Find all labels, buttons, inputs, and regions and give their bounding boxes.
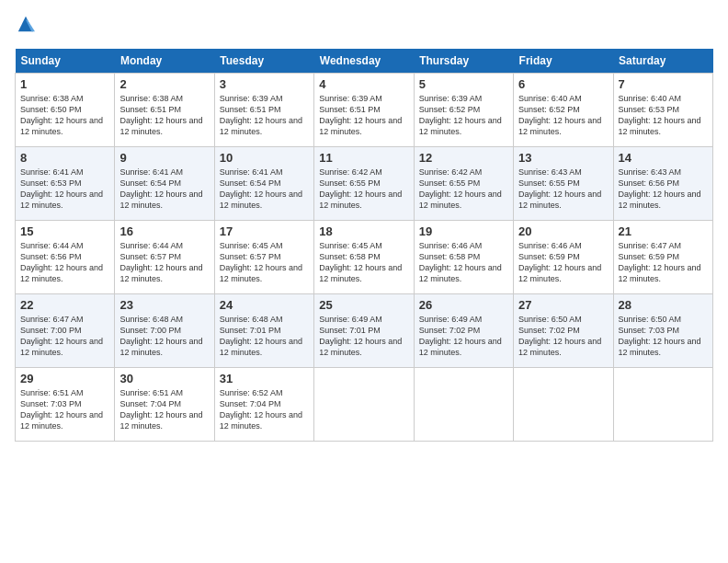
- day-number: 15: [20, 224, 109, 238]
- calendar-cell: 1Sunrise: 6:38 AM Sunset: 6:50 PM Daylig…: [16, 73, 115, 146]
- calendar-cell: 30Sunrise: 6:51 AM Sunset: 7:04 PM Dayli…: [115, 367, 214, 441]
- calendar-cell: 15Sunrise: 6:44 AM Sunset: 6:56 PM Dayli…: [16, 220, 115, 293]
- day-info: Sunrise: 6:45 AM Sunset: 6:57 PM Dayligh…: [220, 240, 309, 285]
- calendar-cell: 13Sunrise: 6:43 AM Sunset: 6:55 PM Dayli…: [514, 146, 613, 220]
- calendar-cell: 10Sunrise: 6:41 AM Sunset: 6:54 PM Dayli…: [214, 146, 313, 220]
- day-info: Sunrise: 6:46 AM Sunset: 6:58 PM Dayligh…: [419, 240, 508, 285]
- header-thursday: Thursday: [414, 49, 513, 74]
- day-info: Sunrise: 6:49 AM Sunset: 7:01 PM Dayligh…: [319, 314, 408, 359]
- day-info: Sunrise: 6:47 AM Sunset: 7:00 PM Dayligh…: [20, 314, 109, 359]
- day-number: 9: [119, 151, 209, 165]
- calendar-cell: 8Sunrise: 6:41 AM Sunset: 6:53 PM Daylig…: [16, 146, 115, 220]
- day-info: Sunrise: 6:39 AM Sunset: 6:52 PM Dayligh…: [419, 93, 508, 138]
- calendar-cell: 29Sunrise: 6:51 AM Sunset: 7:03 PM Dayli…: [16, 367, 115, 441]
- day-number: 26: [419, 298, 508, 312]
- day-info: Sunrise: 6:39 AM Sunset: 6:51 PM Dayligh…: [220, 93, 309, 138]
- day-info: Sunrise: 6:45 AM Sunset: 6:58 PM Dayligh…: [319, 240, 408, 285]
- day-number: 23: [119, 298, 209, 312]
- day-number: 1: [20, 77, 109, 91]
- calendar-cell: [314, 367, 414, 441]
- calendar-cell: 3Sunrise: 6:39 AM Sunset: 6:51 PM Daylig…: [214, 73, 313, 146]
- day-number: 6: [518, 77, 608, 91]
- day-info: Sunrise: 6:39 AM Sunset: 6:51 PM Dayligh…: [319, 93, 408, 138]
- calendar-cell: [514, 367, 613, 441]
- calendar-cell: 28Sunrise: 6:50 AM Sunset: 7:03 PM Dayli…: [613, 293, 712, 367]
- header-saturday: Saturday: [613, 49, 712, 74]
- day-info: Sunrise: 6:44 AM Sunset: 6:56 PM Dayligh…: [20, 240, 109, 285]
- page-header: [15, 15, 713, 38]
- day-info: Sunrise: 6:41 AM Sunset: 6:53 PM Dayligh…: [20, 167, 109, 212]
- calendar-cell: 20Sunrise: 6:46 AM Sunset: 6:59 PM Dayli…: [514, 220, 613, 293]
- day-number: 16: [119, 224, 209, 238]
- day-info: Sunrise: 6:42 AM Sunset: 6:55 PM Dayligh…: [419, 167, 508, 212]
- calendar-cell: 18Sunrise: 6:45 AM Sunset: 6:58 PM Dayli…: [314, 220, 414, 293]
- day-info: Sunrise: 6:43 AM Sunset: 6:56 PM Dayligh…: [619, 167, 708, 212]
- calendar-week-5: 29Sunrise: 6:51 AM Sunset: 7:03 PM Dayli…: [16, 367, 713, 441]
- day-number: 10: [220, 151, 309, 165]
- day-number: 28: [619, 298, 708, 312]
- day-number: 22: [20, 298, 109, 312]
- calendar-cell: 7Sunrise: 6:40 AM Sunset: 6:53 PM Daylig…: [613, 73, 712, 146]
- day-number: 20: [518, 224, 608, 238]
- day-info: Sunrise: 6:40 AM Sunset: 6:53 PM Dayligh…: [619, 93, 708, 138]
- calendar-header-row: SundayMondayTuesdayWednesdayThursdayFrid…: [16, 49, 713, 74]
- calendar-cell: 11Sunrise: 6:42 AM Sunset: 6:55 PM Dayli…: [314, 146, 414, 220]
- calendar-cell: 26Sunrise: 6:49 AM Sunset: 7:02 PM Dayli…: [414, 293, 513, 367]
- calendar-cell: [414, 367, 513, 441]
- logo-icon: [17, 15, 35, 33]
- day-number: 12: [419, 151, 508, 165]
- header-wednesday: Wednesday: [314, 49, 414, 74]
- calendar-cell: 12Sunrise: 6:42 AM Sunset: 6:55 PM Dayli…: [414, 146, 513, 220]
- day-info: Sunrise: 6:38 AM Sunset: 6:51 PM Dayligh…: [119, 93, 209, 138]
- day-info: Sunrise: 6:47 AM Sunset: 6:59 PM Dayligh…: [619, 240, 708, 285]
- day-info: Sunrise: 6:48 AM Sunset: 7:01 PM Dayligh…: [220, 314, 309, 359]
- day-info: Sunrise: 6:51 AM Sunset: 7:03 PM Dayligh…: [20, 387, 109, 432]
- day-number: 25: [319, 298, 408, 312]
- day-info: Sunrise: 6:42 AM Sunset: 6:55 PM Dayligh…: [319, 167, 408, 212]
- header-friday: Friday: [514, 49, 613, 74]
- day-info: Sunrise: 6:38 AM Sunset: 6:50 PM Dayligh…: [20, 93, 109, 138]
- calendar-week-2: 8Sunrise: 6:41 AM Sunset: 6:53 PM Daylig…: [16, 146, 713, 220]
- calendar-cell: 24Sunrise: 6:48 AM Sunset: 7:01 PM Dayli…: [214, 293, 313, 367]
- calendar-cell: 27Sunrise: 6:50 AM Sunset: 7:02 PM Dayli…: [514, 293, 613, 367]
- day-number: 14: [619, 151, 708, 165]
- calendar-cell: 21Sunrise: 6:47 AM Sunset: 6:59 PM Dayli…: [613, 220, 712, 293]
- header-monday: Monday: [115, 49, 214, 74]
- day-number: 7: [619, 77, 708, 91]
- header-tuesday: Tuesday: [214, 49, 313, 74]
- day-info: Sunrise: 6:46 AM Sunset: 6:59 PM Dayligh…: [518, 240, 608, 285]
- day-number: 5: [419, 77, 508, 91]
- calendar-week-1: 1Sunrise: 6:38 AM Sunset: 6:50 PM Daylig…: [16, 73, 713, 146]
- day-number: 13: [518, 151, 608, 165]
- day-info: Sunrise: 6:44 AM Sunset: 6:57 PM Dayligh…: [119, 240, 209, 285]
- calendar-cell: 14Sunrise: 6:43 AM Sunset: 6:56 PM Dayli…: [613, 146, 712, 220]
- day-number: 31: [220, 372, 309, 385]
- calendar-cell: 5Sunrise: 6:39 AM Sunset: 6:52 PM Daylig…: [414, 73, 513, 146]
- day-number: 21: [619, 224, 708, 238]
- calendar-cell: 31Sunrise: 6:52 AM Sunset: 7:04 PM Dayli…: [214, 367, 313, 441]
- day-info: Sunrise: 6:48 AM Sunset: 7:00 PM Dayligh…: [119, 314, 209, 359]
- calendar-cell: 19Sunrise: 6:46 AM Sunset: 6:58 PM Dayli…: [414, 220, 513, 293]
- calendar-cell: 25Sunrise: 6:49 AM Sunset: 7:01 PM Dayli…: [314, 293, 414, 367]
- day-info: Sunrise: 6:50 AM Sunset: 7:03 PM Dayligh…: [619, 314, 708, 359]
- day-number: 19: [419, 224, 508, 238]
- day-info: Sunrise: 6:50 AM Sunset: 7:02 PM Dayligh…: [518, 314, 608, 359]
- header-sunday: Sunday: [16, 49, 115, 74]
- calendar-table: SundayMondayTuesdayWednesdayThursdayFrid…: [15, 49, 713, 442]
- day-info: Sunrise: 6:40 AM Sunset: 6:52 PM Dayligh…: [518, 93, 608, 138]
- day-number: 11: [319, 151, 408, 165]
- day-info: Sunrise: 6:51 AM Sunset: 7:04 PM Dayligh…: [119, 387, 209, 432]
- day-number: 27: [518, 298, 608, 312]
- calendar-cell: 16Sunrise: 6:44 AM Sunset: 6:57 PM Dayli…: [115, 220, 214, 293]
- day-info: Sunrise: 6:52 AM Sunset: 7:04 PM Dayligh…: [220, 387, 309, 432]
- day-number: 2: [119, 77, 209, 91]
- calendar-week-4: 22Sunrise: 6:47 AM Sunset: 7:00 PM Dayli…: [16, 293, 713, 367]
- calendar-cell: 6Sunrise: 6:40 AM Sunset: 6:52 PM Daylig…: [514, 73, 613, 146]
- calendar-cell: [613, 367, 712, 441]
- calendar-cell: 23Sunrise: 6:48 AM Sunset: 7:00 PM Dayli…: [115, 293, 214, 367]
- day-number: 24: [220, 298, 309, 312]
- logo: [15, 15, 35, 38]
- day-number: 17: [220, 224, 309, 238]
- day-info: Sunrise: 6:41 AM Sunset: 6:54 PM Dayligh…: [119, 167, 209, 212]
- day-number: 3: [220, 77, 309, 91]
